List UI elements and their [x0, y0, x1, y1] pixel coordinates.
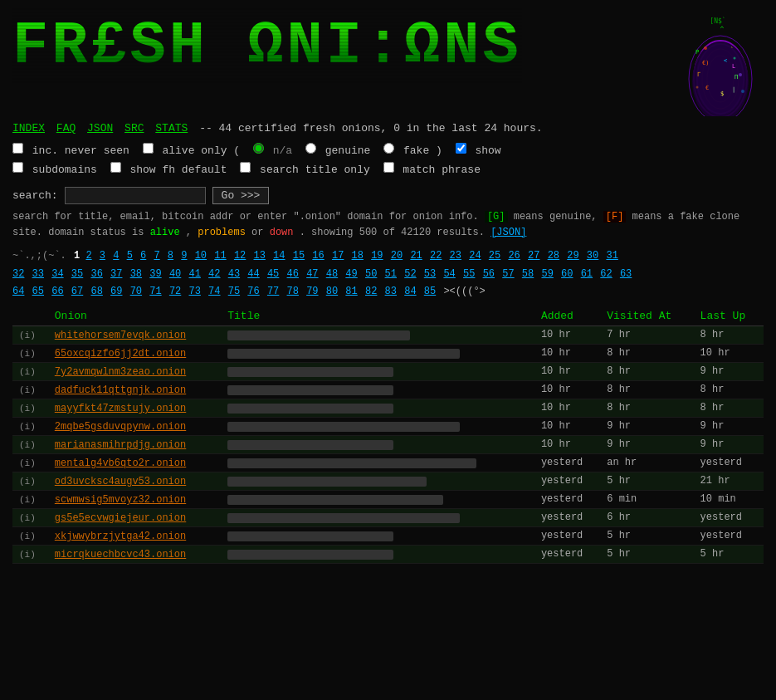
page-15[interactable]: 15 [293, 250, 305, 262]
nav-index[interactable]: INDEX [12, 122, 45, 135]
info-link[interactable]: (i) [19, 513, 36, 523]
page-21[interactable]: 21 [410, 250, 422, 262]
page-76[interactable]: 76 [247, 286, 259, 297]
fake-radio-option[interactable]: fake ) [383, 144, 448, 157]
page-11[interactable]: 11 [214, 250, 226, 262]
subdomains-option[interactable]: subdomains [12, 164, 104, 176]
page-20[interactable]: 20 [391, 250, 403, 262]
search-input[interactable] [65, 187, 206, 204]
match-phrase-option[interactable]: match phrase [383, 164, 481, 176]
onion-link[interactable]: whitehorsem7evqk.onion [55, 330, 186, 341]
page-85[interactable]: 85 [424, 286, 436, 297]
page-51[interactable]: 51 [385, 268, 397, 280]
page-56[interactable]: 56 [483, 268, 495, 280]
page-4[interactable]: 4 [113, 250, 119, 262]
onion-link[interactable]: 7y2avmqwlnm3zeao.onion [55, 366, 186, 378]
page-26[interactable]: 26 [508, 250, 520, 262]
onion-link[interactable]: marianasmihrpdjg.onion [55, 439, 186, 451]
nav-stats[interactable]: STATS [155, 122, 188, 135]
match-phrase-checkbox[interactable] [383, 162, 394, 173]
page-49[interactable]: 49 [345, 268, 357, 280]
page-72[interactable]: 72 [169, 286, 181, 297]
page-41[interactable]: 41 [188, 268, 200, 280]
page-75[interactable]: 75 [228, 286, 240, 297]
info-link[interactable]: (i) [19, 440, 36, 450]
onion-link[interactable]: 2mqbe5gsduvqpynw.onion [55, 421, 186, 433]
info-link[interactable]: (i) [19, 385, 36, 395]
page-18[interactable]: 18 [352, 250, 364, 262]
page-42[interactable]: 42 [208, 268, 220, 280]
page-27[interactable]: 27 [528, 250, 539, 262]
page-69[interactable]: 69 [110, 286, 122, 297]
nav-src[interactable]: SRC [124, 122, 144, 135]
page-3[interactable]: 3 [100, 250, 105, 262]
page-79[interactable]: 79 [306, 286, 318, 297]
info-link[interactable]: (i) [19, 422, 36, 432]
na-radio[interactable] [253, 143, 264, 154]
page-14[interactable]: 14 [273, 250, 285, 262]
page-84[interactable]: 84 [404, 286, 416, 297]
page-5[interactable]: 5 [127, 250, 133, 262]
onion-link[interactable]: micrqkuechbcvc43.onion [55, 549, 186, 560]
show-fh-checkbox[interactable] [110, 162, 121, 173]
page-77[interactable]: 77 [267, 286, 279, 297]
page-62[interactable]: 62 [600, 268, 612, 280]
show-fh-option[interactable]: show fh default [110, 164, 234, 176]
na-radio-option[interactable]: n/a [253, 144, 299, 157]
nav-faq[interactable]: FAQ [56, 122, 76, 135]
page-81[interactable]: 81 [345, 286, 357, 297]
page-6[interactable]: 6 [140, 250, 146, 262]
page-63[interactable]: 63 [620, 268, 632, 280]
json-link[interactable]: [JSON] [490, 227, 526, 238]
onion-link[interactable]: od3uvcksc4augv53.onion [55, 476, 186, 487]
page-25[interactable]: 25 [489, 250, 500, 262]
page-78[interactable]: 78 [287, 286, 299, 297]
inc-never-seen-option[interactable]: inc. never seen [12, 144, 136, 157]
page-50[interactable]: 50 [365, 268, 377, 280]
page-37[interactable]: 37 [110, 268, 122, 280]
page-44[interactable]: 44 [247, 268, 259, 280]
onion-link[interactable]: gs5e5ecvwgiejeur.onion [55, 512, 186, 524]
page-71[interactable]: 71 [149, 286, 161, 297]
page-34[interactable]: 34 [51, 268, 63, 280]
page-48[interactable]: 48 [326, 268, 338, 280]
page-33[interactable]: 33 [32, 268, 44, 280]
page-60[interactable]: 60 [561, 268, 573, 280]
page-80[interactable]: 80 [326, 286, 338, 297]
page-74[interactable]: 74 [208, 286, 220, 297]
subdomains-checkbox[interactable] [12, 162, 23, 173]
page-45[interactable]: 45 [267, 268, 279, 280]
alive-only-checkbox[interactable] [143, 143, 154, 154]
page-22[interactable]: 22 [430, 250, 442, 262]
show-option[interactable]: show [456, 144, 501, 157]
genuine-radio[interactable] [305, 143, 316, 154]
onion-link[interactable]: dadfuck11qttgnjk.onion [55, 384, 186, 396]
page-73[interactable]: 73 [188, 286, 200, 297]
page-43[interactable]: 43 [228, 268, 240, 280]
inc-never-seen-checkbox[interactable] [12, 143, 23, 154]
info-link[interactable]: (i) [19, 458, 36, 468]
page-40[interactable]: 40 [169, 268, 181, 280]
page-28[interactable]: 28 [548, 250, 559, 262]
page-47[interactable]: 47 [306, 268, 318, 280]
page-31[interactable]: 31 [606, 250, 617, 262]
page-82[interactable]: 82 [365, 286, 377, 297]
search-button[interactable]: Go >>> [212, 187, 270, 204]
page-8[interactable]: 8 [168, 250, 173, 262]
alive-only-option[interactable]: alive only ( [143, 144, 246, 157]
page-16[interactable]: 16 [312, 250, 324, 262]
page-24[interactable]: 24 [469, 250, 481, 262]
nav-json[interactable]: JSON [87, 122, 113, 135]
genuine-radio-option[interactable]: genuine [305, 144, 377, 157]
page-68[interactable]: 68 [90, 286, 102, 297]
onion-link[interactable]: xkjwwybrzjytga42.onion [55, 531, 186, 542]
page-2[interactable]: 2 [85, 250, 91, 262]
search-title-option[interactable]: search title only [240, 164, 376, 176]
page-7[interactable]: 7 [154, 250, 159, 262]
page-13[interactable]: 13 [254, 250, 266, 262]
page-61[interactable]: 61 [581, 268, 593, 280]
info-link[interactable]: (i) [19, 404, 36, 414]
page-58[interactable]: 58 [522, 268, 534, 280]
page-39[interactable]: 39 [149, 268, 161, 280]
page-10[interactable]: 10 [195, 250, 207, 262]
